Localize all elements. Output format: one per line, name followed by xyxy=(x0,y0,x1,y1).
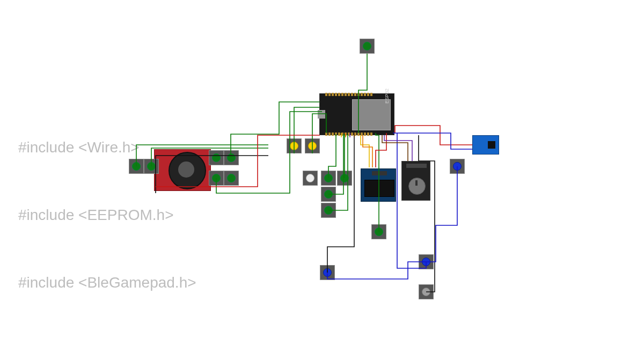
pin-row xyxy=(372,171,387,175)
tact-button-green[interactable] xyxy=(360,39,375,54)
tact-button-yellow[interactable] xyxy=(287,138,302,153)
button-cap-icon xyxy=(227,174,236,182)
usb-port-icon xyxy=(318,110,325,119)
oled-screen-icon xyxy=(364,180,394,197)
button-cap-icon xyxy=(308,142,317,150)
tact-button-green[interactable] xyxy=(371,224,386,239)
button-cap-icon xyxy=(324,206,333,215)
rotary-encoder-module[interactable] xyxy=(401,161,430,201)
esp32-board[interactable]: ESP32 xyxy=(319,93,394,135)
joystick-module[interactable] xyxy=(154,149,211,191)
button-cap-icon xyxy=(212,153,221,162)
tact-button-blue[interactable] xyxy=(419,254,434,269)
esp32-chip-icon xyxy=(352,99,391,130)
tact-button-green[interactable] xyxy=(224,171,239,186)
tact-button-green[interactable] xyxy=(337,171,352,186)
tact-button-green[interactable] xyxy=(321,187,336,202)
button-cap-icon xyxy=(212,174,221,182)
button-cap-icon xyxy=(306,174,314,182)
tact-button-green[interactable] xyxy=(321,171,336,186)
circuit-canvas[interactable]: ESP32 xyxy=(0,0,644,338)
pin-row xyxy=(325,133,390,136)
pin-row xyxy=(406,164,427,168)
imu-sensor-module[interactable] xyxy=(472,135,499,155)
tact-button-gray[interactable] xyxy=(419,284,434,299)
button-cap-icon xyxy=(132,162,141,171)
tact-button-white[interactable] xyxy=(303,171,318,186)
button-cap-icon xyxy=(290,142,298,150)
button-cap-icon xyxy=(324,174,333,182)
tact-button-yellow[interactable] xyxy=(305,138,320,153)
button-cap-icon xyxy=(147,162,156,171)
pin-row xyxy=(325,93,390,96)
tact-button-green[interactable] xyxy=(209,171,224,186)
button-cap-icon xyxy=(340,174,349,182)
button-cap-icon xyxy=(375,227,383,236)
button-cap-icon xyxy=(422,258,430,266)
rotary-knob-icon[interactable] xyxy=(408,178,426,195)
oled-display[interactable] xyxy=(361,168,396,202)
tact-button-green[interactable] xyxy=(321,203,336,218)
button-cap-icon xyxy=(324,190,333,199)
button-cap-icon xyxy=(422,288,430,296)
button-cap-icon xyxy=(227,153,236,162)
tact-button-blue[interactable] xyxy=(450,159,465,174)
tact-button-green[interactable] xyxy=(209,150,224,165)
wire-layer xyxy=(0,0,644,338)
tact-button-green[interactable] xyxy=(224,150,239,165)
button-cap-icon xyxy=(363,42,371,50)
tact-button-green[interactable] xyxy=(129,159,144,174)
button-cap-icon xyxy=(453,162,462,171)
button-cap-icon xyxy=(323,268,332,277)
joystick-stick-icon[interactable] xyxy=(169,152,206,189)
tact-button-blue[interactable] xyxy=(320,265,335,280)
tact-button-green[interactable] xyxy=(144,159,159,174)
imu-chip-icon xyxy=(488,141,495,149)
